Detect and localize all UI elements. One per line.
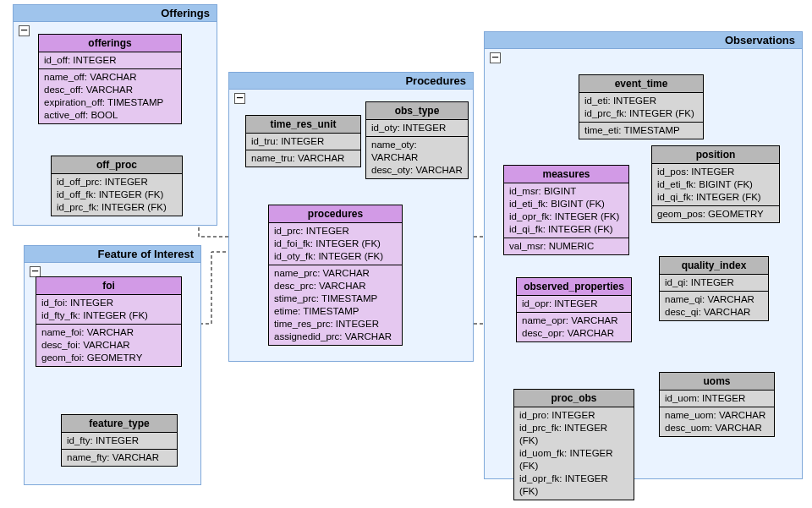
group-title-procedures: Procedures xyxy=(229,73,473,90)
col: name_opr: VARCHAR xyxy=(522,314,626,327)
col: desc_qi: VARCHAR xyxy=(665,306,763,319)
table-procedures: procedures id_prc: INTEGER id_foi_fk: IN… xyxy=(268,205,403,346)
col: id_oty_fk: INTEGER (FK) xyxy=(274,250,397,263)
col: id_pro: INTEGER xyxy=(519,409,628,422)
col: id_prc_fk: INTEGER (FK) xyxy=(57,201,177,214)
table-title: procedures xyxy=(269,205,402,223)
col: geom_foi: GEOMETRY xyxy=(41,352,176,364)
col: desc_uom: VARCHAR xyxy=(665,422,769,434)
col: name_uom: VARCHAR xyxy=(665,409,769,422)
collapse-icon[interactable]: − xyxy=(19,25,30,36)
col: etime: TIMESTAMP xyxy=(274,305,397,318)
table-obs-type: obs_type id_oty: INTEGER name_oty: VARCH… xyxy=(365,101,469,179)
table-feature-type: feature_type id_fty: INTEGER name_fty: V… xyxy=(61,414,178,467)
col: val_msr: NUMERIC xyxy=(509,240,623,253)
table-title: quality_index xyxy=(660,257,768,275)
col: id_prc: INTEGER xyxy=(274,225,397,238)
col: name_fty: VARCHAR xyxy=(67,451,172,464)
table-title: position xyxy=(652,146,779,164)
col: id_prc_fk: INTEGER (FK) xyxy=(584,107,698,120)
col: id_uom: INTEGER xyxy=(665,392,769,405)
col: name_tru: VARCHAR xyxy=(251,152,355,165)
table-title: proc_obs xyxy=(514,390,634,407)
col: name_prc: VARCHAR xyxy=(274,267,397,280)
group-title-foi: Feature of Interest xyxy=(25,246,200,263)
col: desc_foi: VARCHAR xyxy=(41,339,176,352)
col: name_qi: VARCHAR xyxy=(665,293,763,306)
table-off-proc: off_proc id_off_prc: INTEGER id_off_fk: … xyxy=(51,156,183,216)
col: id_foi_fk: INTEGER (FK) xyxy=(274,238,397,250)
col: id_foi: INTEGER xyxy=(41,297,176,309)
col: desc_prc: VARCHAR xyxy=(274,280,397,292)
group-title-observations: Observations xyxy=(485,32,802,49)
col: active_off: BOOL xyxy=(44,109,176,122)
table-title: measures xyxy=(504,166,628,183)
col: id_fty: INTEGER xyxy=(67,434,172,447)
group-title-offerings: Offerings xyxy=(14,5,217,22)
table-title: feature_type xyxy=(62,415,177,433)
col: id_msr: BIGINT xyxy=(509,185,623,198)
table-foi: foi id_foi: INTEGER id_fty_fk: INTEGER (… xyxy=(36,276,182,367)
col: id_opr_fk: INTEGER (FK) xyxy=(509,210,623,223)
table-offerings: offerings id_off: INTEGER name_off: VARC… xyxy=(38,34,182,124)
table-uoms: uoms id_uom: INTEGER name_uom: VARCHAR d… xyxy=(659,372,775,437)
table-quality-index: quality_index id_qi: INTEGER name_qi: VA… xyxy=(659,256,769,321)
col: time_eti: TIMESTAMP xyxy=(584,124,698,137)
col: desc_oty: VARCHAR xyxy=(371,164,463,177)
col: id_prc_fk: INTEGER (FK) xyxy=(519,422,628,447)
col: geom_pos: GEOMETRY xyxy=(657,208,774,221)
table-title: time_res_unit xyxy=(246,116,360,134)
col: id_opr: INTEGER xyxy=(522,298,626,310)
col: id_off_fk: INTEGER (FK) xyxy=(57,188,177,201)
col: name_off: VARCHAR xyxy=(44,71,176,84)
col: name_foi: VARCHAR xyxy=(41,326,176,339)
table-position: position id_pos: INTEGER id_eti_fk: BIGI… xyxy=(651,145,780,223)
col: id_opr_fk: INTEGER (FK) xyxy=(519,472,628,498)
col: id_qi_fk: INTEGER (FK) xyxy=(657,191,774,204)
col: name_oty: VARCHAR xyxy=(371,139,463,164)
table-title: off_proc xyxy=(52,156,182,174)
table-title: obs_type xyxy=(366,102,468,120)
col: id_tru: INTEGER xyxy=(251,135,355,148)
col: id_off: INTEGER xyxy=(44,54,176,67)
table-title: uoms xyxy=(660,373,774,391)
table-time-res-unit: time_res_unit id_tru: INTEGER name_tru: … xyxy=(245,115,361,167)
col: time_res_prc: INTEGER xyxy=(274,318,397,330)
col: id_eti: INTEGER xyxy=(584,95,698,107)
col: desc_off: VARCHAR xyxy=(44,84,176,96)
collapse-icon[interactable]: − xyxy=(234,93,245,104)
table-title: foi xyxy=(36,277,181,295)
col: id_oty: INTEGER xyxy=(371,122,463,134)
col: expiration_off: TIMESTAMP xyxy=(44,96,176,109)
col: desc_opr: VARCHAR xyxy=(522,327,626,340)
col: id_qi: INTEGER xyxy=(665,276,763,289)
col: id_qi_fk: INTEGER (FK) xyxy=(509,223,623,236)
table-title: event_time xyxy=(579,75,703,93)
col: id_eti_fk: BIGINT (FK) xyxy=(657,178,774,191)
col: id_off_prc: INTEGER xyxy=(57,176,177,188)
col: stime_prc: TIMESTAMP xyxy=(274,292,397,305)
col: id_pos: INTEGER xyxy=(657,166,774,178)
collapse-icon[interactable]: − xyxy=(490,52,501,63)
table-title: offerings xyxy=(39,35,181,52)
col: id_eti_fk: BIGINT (FK) xyxy=(509,198,623,210)
table-event-time: event_time id_eti: INTEGER id_prc_fk: IN… xyxy=(579,74,704,139)
col: id_fty_fk: INTEGER (FK) xyxy=(41,309,176,322)
col: id_uom_fk: INTEGER (FK) xyxy=(519,447,628,472)
col: assignedid_prc: VARCHAR xyxy=(274,330,397,343)
table-title: observed_properties xyxy=(517,278,631,296)
table-proc-obs: proc_obs id_pro: INTEGER id_prc_fk: INTE… xyxy=(513,389,634,500)
table-observed-properties: observed_properties id_opr: INTEGER name… xyxy=(516,277,632,342)
table-measures: measures id_msr: BIGINT id_eti_fk: BIGIN… xyxy=(503,165,629,255)
